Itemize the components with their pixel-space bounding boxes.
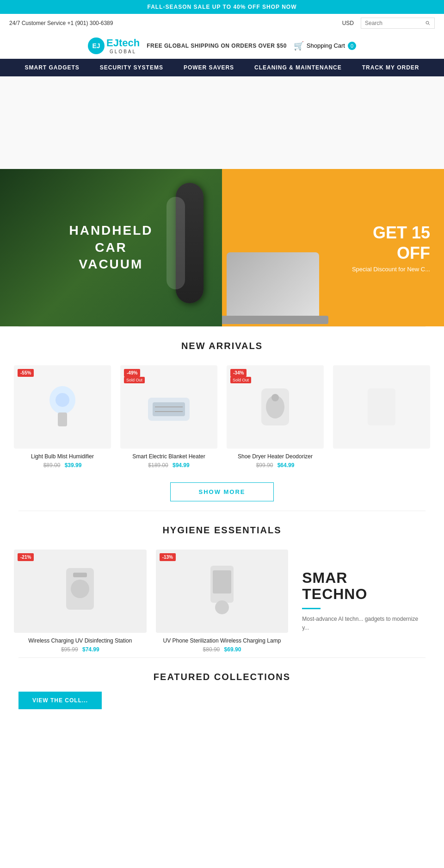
product-name-3: Shoe Dryer Heater Deodorizer [227, 453, 324, 460]
hygiene-badge-1: -21% [18, 553, 34, 561]
product-badge-1: -55% [18, 369, 34, 377]
top-banner: FALL-SEASON SALE UP TO 40% OFF SHOP NOW [0, 0, 444, 14]
product-img-4 [333, 365, 430, 449]
svg-point-4 [56, 393, 69, 407]
product-card-4[interactable] [328, 361, 435, 473]
product-prices-2: $189.00 $94.99 [120, 462, 217, 468]
free-shipping-text: FREE GLOBAL SHIPPING ON ORDERS OVER $50 [147, 43, 287, 49]
search-input[interactable] [365, 20, 425, 26]
hygiene-grid: -21% Wireless Charging UV Disinfecting S… [0, 545, 444, 657]
smart-tech-desc: Most-advance AI techn... gadgets to mode… [302, 615, 426, 632]
svg-point-11 [271, 394, 279, 401]
product-img-1 [14, 365, 111, 449]
svg-point-14 [71, 580, 89, 598]
smart-tech-dash [302, 608, 321, 609]
cart-badge: 0 [348, 42, 356, 50]
nav-item-track-my-order[interactable]: TRACK MY ORDER [352, 59, 430, 76]
hygiene-card-1[interactable]: -21% Wireless Charging UV Disinfecting S… [9, 545, 151, 657]
svg-point-0 [426, 21, 429, 24]
header-top: 24/7 Customer Service +1 (901) 300-6389 … [0, 14, 444, 32]
view-collection-button[interactable]: VIEW THE COLL... [18, 692, 102, 709]
hygiene-product-name-1: Wireless Charging UV Disinfecting Statio… [14, 637, 147, 644]
nav-item-smart-gadgets[interactable]: SMART GADGETS [14, 59, 89, 76]
svg-line-1 [428, 24, 430, 25]
hero-right-title: GET 15 OFF [373, 223, 430, 262]
svg-rect-3 [58, 412, 67, 426]
nav-item-security-systems[interactable]: SECURITY SYSTEMS [90, 59, 173, 76]
sold-out-badge-3: Sold Out [230, 377, 251, 383]
hero-left: HANDHELD CAR VACUUM [0, 169, 222, 326]
hygiene-section-title: HYGIENE ESSENTIALS [0, 511, 444, 545]
show-more-button[interactable]: SHOW MORE [170, 482, 273, 501]
logo[interactable]: EJ EJtech GLOBAL [88, 37, 140, 54]
nav-item-cleaning-maintenance[interactable]: CLEANING & MAINTENANCE [244, 59, 352, 76]
hygiene-img-2 [156, 550, 289, 633]
hero-right-subtitle: Special Discount for New C... [352, 266, 430, 273]
hero-placeholder [0, 76, 444, 169]
product-prices-1: $89.00 $39.99 [14, 462, 111, 468]
show-more-wrapper: SHOW MORE [0, 473, 444, 511]
svg-rect-15 [73, 573, 87, 577]
hygiene-badge-2: -13% [160, 553, 176, 561]
logo-text-area: EJtech GLOBAL [106, 37, 140, 54]
product-card-1[interactable]: -55% Light Bulb Mist Humidifier $89.00 $… [9, 361, 116, 473]
customer-service: 24/7 Customer Service +1 (901) 300-6389 [9, 20, 113, 26]
logo-sub: GLOBAL [106, 49, 140, 54]
product-badge-2: -49% [124, 369, 140, 377]
search-box[interactable] [361, 18, 435, 29]
hero-section: HANDHELD CAR VACUUM GET 15 OFF Special D… [0, 169, 444, 326]
cart-button[interactable]: 🛒 Shopping Cart 0 [294, 41, 356, 51]
product-card-3[interactable]: -34% Sold Out Shoe Dryer Heater Deodoriz… [222, 361, 328, 473]
header-right-group: USD [342, 18, 435, 29]
logo-icon: EJ [88, 37, 105, 54]
featured-collections-title: FEATURED COLLECTIONS [0, 658, 444, 692]
hygiene-prices-2: $80.90 $69.90 [156, 646, 289, 653]
cart-icon: 🛒 [294, 41, 304, 51]
search-icon [425, 20, 431, 26]
new-arrivals-grid: -55% Light Bulb Mist Humidifier $89.00 $… [0, 361, 444, 473]
hygiene-card-2[interactable]: -13% UV Phone Sterilization Wireless Cha… [151, 545, 293, 657]
view-collection-wrapper: VIEW THE COLL... [0, 692, 444, 728]
hygiene-img-1 [14, 550, 147, 633]
hygiene-product-name-2: UV Phone Sterilization Wireless Charging… [156, 637, 289, 644]
smart-tech-title: SMAR TECHNO [302, 570, 426, 602]
product-card-2[interactable]: -49% Sold Out Smart Electric Blanket Hea… [116, 361, 222, 473]
hygiene-prices-1: $95.99 $74.99 [14, 646, 147, 653]
svg-rect-17 [213, 570, 231, 593]
cart-label: Shopping Cart [307, 42, 345, 49]
smart-tech-card: SMAR TECHNO Most-advance AI techn... gad… [293, 545, 435, 657]
svg-rect-12 [368, 388, 395, 425]
product-prices-3: $99.90 $64.99 [227, 462, 324, 468]
svg-rect-6 [153, 402, 185, 416]
product-badge-3: -34% [230, 369, 247, 377]
laptop-shape [222, 187, 324, 326]
main-nav: SMART GADGETS SECURITY SYSTEMS POWER SAV… [0, 59, 444, 76]
sold-out-badge-2: Sold Out [124, 377, 145, 383]
banner-text: FALL-SEASON SALE UP TO 40% OFF SHOP NOW [147, 4, 296, 10]
svg-point-18 [215, 600, 229, 614]
nav-item-power-savers[interactable]: POWER SAVERS [173, 59, 244, 76]
logo-brand: EJtech [106, 37, 140, 49]
product-name-2: Smart Electric Blanket Heater [120, 453, 217, 460]
product-name-1: Light Bulb Mist Humidifier [14, 453, 111, 460]
currency-selector[interactable]: USD [342, 20, 354, 26]
new-arrivals-title: NEW ARRIVALS [0, 327, 444, 361]
vacuum-tube [166, 197, 185, 289]
hero-right: GET 15 OFF Special Discount for New C... [222, 169, 444, 326]
hero-left-text: HANDHELD CAR VACUUM [69, 222, 153, 273]
logo-row: EJ EJtech GLOBAL FREE GLOBAL SHIPPING ON… [0, 32, 444, 59]
